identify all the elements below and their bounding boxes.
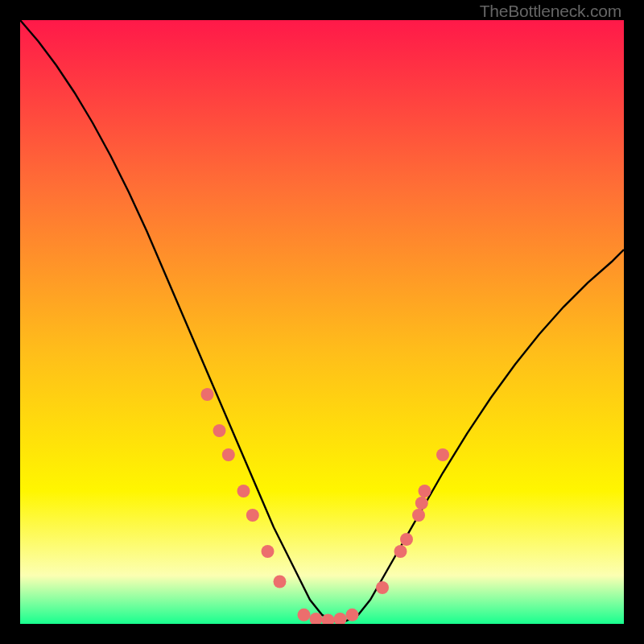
- data-marker: [246, 509, 259, 522]
- data-marker: [213, 424, 226, 437]
- data-marker: [274, 576, 287, 588]
- data-marker: [415, 497, 428, 510]
- data-marker: [222, 448, 235, 461]
- data-marker: [394, 545, 407, 558]
- bottleneck-curve: [20, 20, 624, 624]
- data-marker: [346, 609, 359, 621]
- data-marker: [412, 509, 425, 522]
- data-marker: [334, 613, 347, 624]
- watermark-text: TheBottleneck.com: [480, 2, 621, 21]
- data-marker: [376, 581, 389, 594]
- data-marker: [201, 388, 214, 401]
- data-marker: [298, 609, 311, 621]
- chart-frame: TheBottleneck.com: [0, 0, 644, 644]
- data-marker: [237, 485, 250, 497]
- data-marker: [400, 533, 413, 546]
- plot-area: [20, 20, 624, 624]
- data-marker: [262, 545, 275, 558]
- data-marker: [436, 448, 449, 461]
- data-marker: [419, 485, 431, 497]
